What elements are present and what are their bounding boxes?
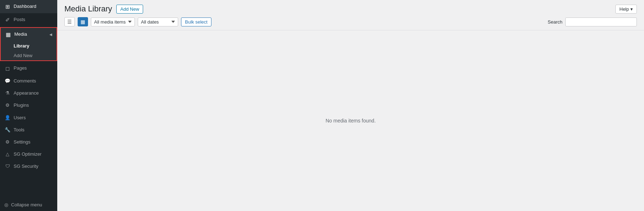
search-input[interactable]: [565, 17, 637, 26]
bulk-select-button[interactable]: Bulk select: [181, 17, 211, 26]
search-area: Search: [548, 17, 637, 26]
collapse-icon: ◎: [4, 202, 8, 207]
users-icon: 👤: [4, 115, 11, 121]
sidebar-item-label: Appearance: [14, 90, 39, 96]
sidebar: ⊞ Dashboard ✐ Posts ▦ Media ◀ Library Ad…: [0, 0, 57, 211]
collapse-menu-button[interactable]: ◎ Collapse menu: [0, 199, 57, 211]
help-arrow-icon: ▾: [630, 6, 633, 12]
help-button[interactable]: Help ▾: [615, 5, 637, 14]
appearance-icon: ⚗: [4, 90, 11, 96]
media-expand-indicator: ◀: [49, 32, 52, 37]
grid-view-icon: ▦: [80, 19, 85, 25]
sidebar-item-label: Media: [14, 31, 27, 37]
dashboard-icon: ⊞: [4, 3, 11, 10]
grid-view-button[interactable]: ▦: [78, 17, 88, 26]
settings-icon: ⚙: [4, 139, 11, 145]
media-section: ▦ Media ◀ Library Add New: [0, 27, 57, 61]
sidebar-item-appearance[interactable]: ⚗ Appearance: [0, 87, 57, 99]
sidebar-item-tools[interactable]: 🔧 Tools: [0, 124, 57, 136]
sidebar-item-comments[interactable]: 💬 Comments: [0, 75, 57, 87]
sidebar-item-label: Dashboard: [14, 3, 36, 10]
sidebar-item-label: Plugins: [14, 102, 29, 109]
tools-icon: 🔧: [4, 127, 11, 133]
pages-icon: ◻: [4, 65, 11, 72]
page-title: Media Library: [64, 4, 112, 14]
sidebar-item-label: SG Security: [14, 163, 38, 170]
no-items-message: No media items found.: [326, 118, 376, 124]
sidebar-item-posts[interactable]: ✐ Posts: [0, 13, 57, 26]
sidebar-item-label: Pages: [14, 65, 27, 71]
add-new-button[interactable]: Add New: [116, 5, 143, 14]
toolbar: ☰ ▦ All media items Images Audio Video D…: [57, 14, 644, 30]
comments-icon: 💬: [4, 78, 11, 84]
main-content-area: Media Library Add New Help ▾ ☰ ▦ All med…: [57, 0, 644, 211]
sidebar-item-dashboard[interactable]: ⊞ Dashboard: [0, 0, 57, 13]
sidebar-item-label: Comments: [14, 78, 36, 84]
sidebar-item-users[interactable]: 👤 Users: [0, 112, 57, 124]
media-submenu: Library Add New: [1, 41, 57, 60]
submenu-item-add-new[interactable]: Add New: [1, 51, 57, 60]
sidebar-item-label: SG Optimizer: [14, 151, 42, 157]
submenu-item-library[interactable]: Library: [1, 41, 57, 51]
page-title-area: Media Library Add New: [64, 4, 143, 14]
search-label: Search: [548, 19, 562, 25]
plugins-icon: ⚙: [4, 102, 11, 109]
help-label: Help: [619, 6, 629, 12]
sidebar-item-label: Users: [14, 115, 26, 121]
list-view-icon: ☰: [67, 19, 72, 25]
sidebar-item-plugins[interactable]: ⚙ Plugins: [0, 99, 57, 111]
sg-security-icon: 🛡: [4, 163, 11, 170]
sidebar-item-label: Settings: [14, 139, 30, 145]
sidebar-item-label: Posts: [14, 16, 25, 23]
date-filter[interactable]: All dates January 2024: [138, 17, 178, 26]
sidebar-item-pages[interactable]: ◻ Pages: [0, 62, 57, 75]
sidebar-item-sg-security[interactable]: 🛡 SG Security: [0, 160, 57, 172]
media-type-filter[interactable]: All media items Images Audio Video Docum…: [91, 17, 135, 26]
sg-optimizer-icon: △: [4, 151, 11, 157]
list-view-button[interactable]: ☰: [64, 17, 75, 26]
posts-icon: ✐: [4, 16, 11, 24]
sidebar-item-label: Tools: [14, 127, 24, 133]
media-content-area: No media items found.: [57, 30, 644, 211]
sidebar-item-sg-optimizer[interactable]: △ SG Optimizer: [0, 148, 57, 160]
topbar: Media Library Add New Help ▾: [57, 0, 644, 14]
media-icon: ▦: [5, 31, 11, 38]
sidebar-item-settings[interactable]: ⚙ Settings: [0, 136, 57, 148]
sidebar-item-media[interactable]: ▦ Media ◀: [1, 28, 57, 41]
collapse-label: Collapse menu: [11, 202, 42, 207]
